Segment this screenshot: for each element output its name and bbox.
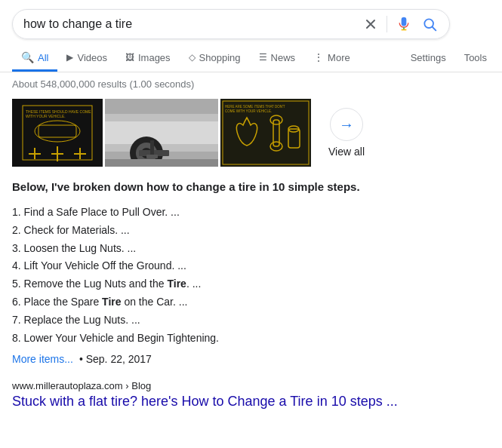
tab-news-label: News — [271, 52, 296, 63]
tab-more[interactable]: ⋮ More — [304, 45, 359, 72]
view-all-button[interactable]: → View all — [328, 108, 365, 158]
thumbnail-3[interactable]: HERE ARE SOME ITEMS THAT DON'T COME WITH… — [220, 99, 311, 167]
tire-tools-diagram-icon: HERE ARE SOME ITEMS THAT DON'T COME WITH… — [220, 99, 311, 167]
all-search-icon: 🔍 — [21, 51, 34, 63]
svg-rect-25 — [105, 159, 218, 167]
svg-rect-24 — [146, 155, 158, 158]
tab-images[interactable]: 🖼 Images — [116, 46, 180, 72]
more-items: More items... • Sep. 22, 2017 — [12, 353, 490, 365]
step-7: 7. Replace the Lug Nuts. ... — [12, 311, 490, 330]
news-icon: ☰ — [259, 52, 267, 63]
search-icons — [362, 16, 439, 32]
tab-more-label: More — [328, 52, 350, 63]
svg-line-3 — [433, 27, 436, 31]
step-3: 3. Loosen the Lug Nuts. ... — [12, 240, 490, 258]
step-6: 6. Place the Spare Tire on the Car. ... — [12, 293, 490, 311]
tab-shopping-label: Shopping — [199, 52, 241, 63]
svg-rect-23 — [150, 140, 154, 155]
search-bar: how to change a tire — [12, 9, 450, 39]
more-items-link[interactable]: More items... — [12, 353, 73, 365]
search-bar-wrapper: how to change a tire — [0, 0, 502, 39]
result-date: • Sep. 22, 2017 — [79, 353, 152, 365]
tab-settings-label: Settings — [411, 52, 446, 63]
view-all-label: View all — [328, 146, 365, 158]
step-1: 1. Find a Safe Place to Pull Over. ... — [12, 204, 490, 222]
tab-videos-label: Videos — [77, 52, 107, 63]
result-url: www.millerautoplaza.com › Blog — [12, 380, 490, 391]
tab-settings[interactable]: Settings — [402, 46, 455, 72]
svg-text:WITH YOUR VEHICLE.: WITH YOUR VEHICLE. — [26, 114, 66, 118]
tire-diagram-icon: THESE ITEMS SHOULD HAVE COME WITH YOUR V… — [20, 103, 95, 163]
svg-text:HERE ARE SOME ITEMS THAT DON'T: HERE ARE SOME ITEMS THAT DON'T — [225, 105, 285, 109]
tab-shopping[interactable]: ◇ Shopping — [180, 46, 250, 72]
videos-icon: ▶ — [66, 52, 73, 63]
tab-all[interactable]: 🔍 All — [12, 45, 57, 72]
thumbnail-1[interactable]: THESE ITEMS SHOULD HAVE COME WITH YOUR V… — [12, 99, 103, 167]
images-icon: 🖼 — [125, 52, 134, 63]
step-4: 4. Lift Your Vehicle Off the Ground. ... — [12, 257, 490, 275]
step-5: 5. Remove the Lug Nuts and the Tire. ... — [12, 275, 490, 293]
nav-tabs: 🔍 All ▶ Videos 🖼 Images ◇ Shopping ☰ New… — [0, 39, 502, 72]
tab-all-label: All — [38, 52, 48, 63]
featured-snippet: Below, I've broken down how to change a … — [0, 173, 502, 371]
image-thumbnails: THESE ITEMS SHOULD HAVE COME WITH YOUR V… — [12, 99, 311, 167]
result-title-link[interactable]: Stuck with a flat tire? here's How to Ch… — [12, 394, 398, 409]
more-icon: ⋮ — [313, 51, 324, 63]
voice-search-button[interactable] — [395, 17, 413, 32]
tire-photo-icon — [105, 99, 218, 167]
step-8: 8. Lower Your Vehicle and Begin Tighteni… — [12, 330, 490, 348]
results-count-text: About 548,000,000 results (1.00 seconds) — [12, 78, 194, 90]
arrow-right-icon: → — [339, 116, 354, 133]
svg-text:COME WITH YOUR VEHICLE.: COME WITH YOUR VEHICLE. — [225, 109, 272, 113]
thumbnail-2[interactable] — [105, 99, 218, 167]
microphone-icon — [396, 17, 411, 32]
results-count: About 548,000,000 results (1.00 seconds) — [0, 72, 502, 96]
close-icon — [364, 17, 377, 31]
view-all-circle: → — [330, 108, 363, 141]
nav-right: Settings Tools — [402, 46, 502, 72]
tab-videos[interactable]: ▶ Videos — [57, 46, 116, 72]
svg-rect-18 — [105, 121, 218, 144]
search-icon — [422, 17, 437, 32]
search-button[interactable] — [420, 17, 439, 32]
tab-images-label: Images — [138, 52, 171, 63]
clear-button[interactable] — [362, 17, 379, 31]
steps-list: 1. Find a Safe Place to Pull Over. ... 2… — [12, 204, 490, 347]
organic-result-1: www.millerautoplaza.com › Blog Stuck wit… — [0, 371, 502, 410]
shopping-icon: ◇ — [189, 52, 196, 63]
search-input[interactable]: how to change a tire — [23, 17, 362, 31]
tab-tools-label: Tools — [464, 52, 487, 63]
images-section: THESE ITEMS SHOULD HAVE COME WITH YOUR V… — [0, 96, 502, 173]
tab-news[interactable]: ☰ News — [250, 46, 305, 72]
vertical-divider — [387, 16, 387, 32]
featured-intro: Below, I've broken down how to change a … — [12, 179, 490, 195]
tab-tools[interactable]: Tools — [455, 46, 496, 72]
step-2: 2. Check for Materials. ... — [12, 222, 490, 240]
